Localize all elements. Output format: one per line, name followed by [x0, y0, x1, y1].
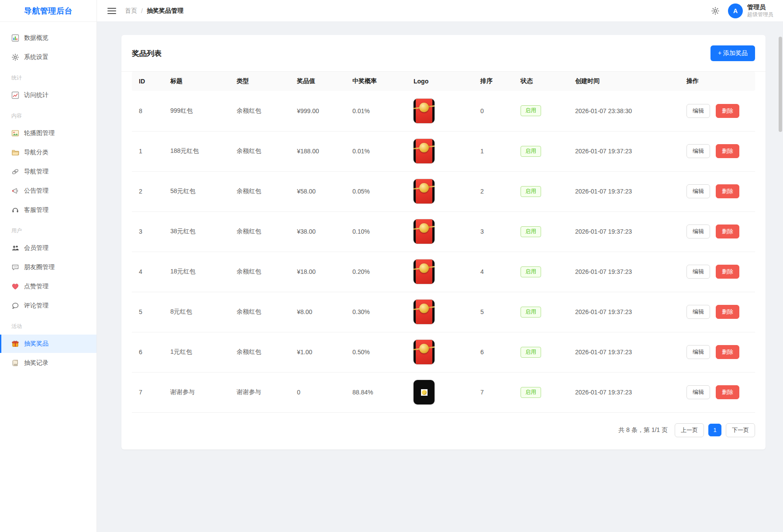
sidebar-item-link[interactable]: 导航管理	[0, 162, 97, 181]
next-page-button[interactable]: 下一页	[726, 423, 755, 437]
sidebar-item-label: 数据概览	[24, 34, 48, 42]
edit-button[interactable]: 编辑	[686, 144, 710, 158]
sidebar-toggle-icon[interactable]	[107, 8, 116, 14]
edit-button[interactable]: 编辑	[686, 385, 710, 399]
sidebar-item-label: 导航分类	[24, 149, 48, 156]
table-row: 7 谢谢参与 谢谢参与 0 88.84% 7 启用 2026-01-07 19:…	[132, 372, 755, 412]
gear-icon	[11, 53, 19, 61]
prev-page-button[interactable]: 上一页	[675, 423, 704, 437]
sidebar-item-label: 评论管理	[24, 302, 48, 310]
pagination: 共 8 条，第 1/1 页 上一页 1 下一页	[121, 413, 766, 449]
cell-value: ¥1.00	[293, 332, 349, 372]
column-header: 状态	[517, 72, 572, 91]
sidebar-item-headset[interactable]: 客服管理	[0, 201, 97, 219]
sidebar-item-gear[interactable]: 系统设置	[0, 48, 97, 66]
cell-sort: 0	[477, 91, 517, 131]
sidebar-item-label: 点赞管理	[24, 283, 48, 290]
sidebar-item-megaphone[interactable]: 公告管理	[0, 182, 97, 200]
cell-probability: 0.50%	[349, 332, 410, 372]
cell-title: 1元红包	[167, 332, 233, 372]
edit-button[interactable]: 编辑	[686, 265, 710, 279]
breadcrumb-home[interactable]: 首页	[125, 7, 137, 15]
cell-logo	[410, 332, 477, 372]
delete-button[interactable]: 删除	[716, 225, 739, 238]
current-page-button[interactable]: 1	[708, 424, 721, 436]
delete-button[interactable]: 删除	[716, 144, 739, 158]
cell-title: 18元红包	[167, 252, 233, 292]
cell-value: ¥8.00	[293, 292, 349, 332]
cell-sort: 6	[477, 332, 517, 372]
cell-created: 2026-01-07 19:37:23	[572, 292, 683, 332]
settings-gear-icon[interactable]	[711, 6, 720, 16]
delete-button[interactable]: 删除	[716, 104, 739, 118]
cell-sort: 2	[477, 171, 517, 211]
column-header: 类型	[233, 72, 293, 91]
prize-logo-image	[414, 259, 435, 284]
delete-button[interactable]: 删除	[716, 345, 739, 359]
cell-created: 2026-01-07 19:37:23	[572, 211, 683, 252]
edit-button[interactable]: 编辑	[686, 104, 710, 118]
sidebar: 导航管理后台 数据概览系统设置统计访问统计内容轮播图管理导航分类导航管理公告管理…	[0, 0, 97, 532]
cell-actions: 编辑 删除	[683, 211, 755, 252]
cell-value: ¥58.00	[293, 171, 349, 211]
edit-button[interactable]: 编辑	[686, 184, 710, 198]
sidebar-item-bar-chart[interactable]: 数据概览	[0, 29, 97, 47]
cell-value: 0	[293, 372, 349, 412]
sidebar-item-gift[interactable]: 抽奖奖品	[0, 335, 97, 353]
sidebar-menu: 数据概览系统设置统计访问统计内容轮播图管理导航分类导航管理公告管理客服管理用户会…	[0, 22, 97, 372]
sidebar-item-line-chart[interactable]: 访问统计	[0, 86, 97, 104]
add-prize-button[interactable]: + 添加奖品	[711, 45, 755, 61]
sidebar-item-comment[interactable]: 评论管理	[0, 297, 97, 315]
delete-button[interactable]: 删除	[716, 305, 739, 319]
line-chart-icon	[11, 91, 19, 99]
edit-button[interactable]: 编辑	[686, 345, 710, 359]
cell-title: 8元红包	[167, 292, 233, 332]
delete-button[interactable]: 删除	[716, 385, 739, 399]
cell-title: 999红包	[167, 91, 233, 131]
cell-logo	[410, 252, 477, 292]
scrollbar-thumb[interactable]	[779, 37, 782, 132]
cell-type: 余额红包	[233, 292, 293, 332]
topbar: 首页 / 抽奖奖品管理 A 管理员 超级管理员	[97, 0, 783, 22]
sidebar-item-label: 轮播图管理	[24, 129, 55, 137]
column-header: 排序	[477, 72, 517, 91]
prize-logo-image	[414, 99, 435, 123]
edit-button[interactable]: 编辑	[686, 225, 710, 238]
cell-actions: 编辑 删除	[683, 131, 755, 171]
cell-actions: 编辑 删除	[683, 91, 755, 131]
sidebar-item-label: 公告管理	[24, 187, 48, 195]
scroll-icon	[11, 359, 19, 367]
sidebar-item-users[interactable]: 会员管理	[0, 239, 97, 257]
cell-id: 8	[132, 91, 167, 131]
headset-icon	[11, 206, 19, 214]
status-badge: 启用	[521, 266, 541, 277]
prize-logo-image	[414, 300, 435, 324]
sidebar-item-folder[interactable]: 导航分类	[0, 143, 97, 162]
pagination-summary: 共 8 条，第 1/1 页	[618, 426, 668, 434]
prize-logo-image	[414, 380, 435, 404]
cell-sort: 7	[477, 372, 517, 412]
sidebar-item-chat[interactable]: 朋友圈管理	[0, 258, 97, 276]
cell-created: 2026-01-07 19:37:23	[572, 372, 683, 412]
sidebar-item-heart[interactable]: 点赞管理	[0, 277, 97, 296]
cell-title: 谢谢参与	[167, 372, 233, 412]
status-badge: 启用	[521, 347, 541, 358]
sidebar-item-picture[interactable]: 轮播图管理	[0, 124, 97, 142]
cell-logo	[410, 292, 477, 332]
heart-icon	[11, 283, 19, 290]
status-badge: 启用	[521, 186, 541, 197]
sidebar-item-label: 抽奖记录	[24, 359, 48, 367]
delete-button[interactable]: 删除	[716, 184, 739, 198]
menu-section-label: 用户	[0, 220, 97, 238]
column-header: 标题	[167, 72, 233, 91]
sidebar-item-label: 导航管理	[24, 168, 48, 176]
cell-sort: 5	[477, 292, 517, 332]
cell-status: 启用	[517, 91, 572, 131]
app-logo: 导航管理后台	[0, 0, 97, 22]
edit-button[interactable]: 编辑	[686, 305, 710, 319]
cell-title: 188元红包	[167, 131, 233, 171]
sidebar-item-scroll[interactable]: 抽奖记录	[0, 354, 97, 372]
delete-button[interactable]: 删除	[716, 265, 739, 279]
cell-created: 2026-01-07 19:37:23	[572, 171, 683, 211]
user-menu[interactable]: A 管理员 超级管理员	[728, 3, 773, 18]
